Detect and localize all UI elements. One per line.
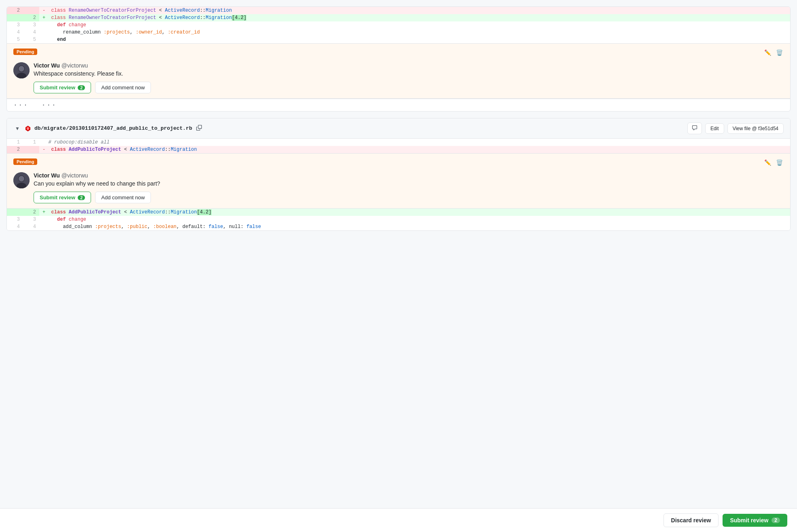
comment-text-1: Whitespace consistency. Please fix. (34, 70, 784, 77)
line-code: rename_column :projects, :owner_id, :cre… (39, 29, 790, 36)
svg-point-3 (19, 66, 24, 72)
new-line-num: 2 (23, 209, 39, 216)
comment-footer-2: Submit review 2 Add comment now (34, 192, 784, 203)
ellipsis-row: ··· ··· (7, 99, 790, 112)
new-line-num: 5 (23, 36, 39, 43)
diff-table-3: 2 + class AddPublicToProject < ActiveRec… (7, 209, 790, 230)
add-comment-button-2[interactable]: Add comment now (95, 192, 151, 203)
old-line-num: 3 (7, 21, 23, 29)
edit-comment-button-1[interactable]: ✏️ (763, 49, 772, 57)
comment-header-2: Pending ✏️ 🗑️ (13, 158, 784, 169)
diff-line-deleted-1: 2 - class RenameOwnerToCreatorForProject… (7, 7, 790, 14)
diff-file-header-2: ▼ db/migrate/20130110172407_add_public_t… (7, 118, 790, 139)
old-line-num: 2 (7, 7, 23, 14)
old-line-num: 1 (7, 139, 23, 146)
add-comment-button-1[interactable]: Add comment now (95, 82, 151, 93)
comment-icon-button[interactable] (687, 122, 702, 134)
old-line-num (7, 209, 23, 216)
edit-button-2[interactable]: Edit (705, 123, 724, 134)
delete-comment-button-2[interactable]: 🗑️ (775, 158, 784, 167)
pending-badge-2: Pending (13, 158, 37, 165)
collapse-button-2[interactable]: ▼ (13, 125, 21, 132)
comment-block-1: Pending ✏️ 🗑️ (7, 43, 790, 99)
filename-2: db/migrate/20130110172407_add_public_to_… (34, 125, 192, 131)
pending-badge-1: Pending (13, 49, 37, 55)
review-count-badge-1: 2 (78, 85, 85, 90)
diff-line-added-1: 2 + class RenameOwnerToCreatorForProject… (7, 14, 790, 21)
old-line-num (7, 14, 23, 21)
diff-header-left-2: ▼ db/migrate/20130110172407_add_public_t… (13, 124, 684, 133)
avatar-2 (13, 172, 30, 188)
old-line-num: 2 (7, 146, 23, 153)
new-line-num: 1 (23, 139, 39, 146)
comment-block-2: Pending ✏️ 🗑️ (7, 153, 790, 209)
line-code: + class AddPublicToProject < ActiveRecor… (39, 209, 790, 216)
line-code: def change (39, 216, 790, 223)
line-code: end (39, 36, 790, 43)
comment-header-1: Pending ✏️ 🗑️ (13, 49, 784, 59)
view-file-button-2[interactable]: View file @ f3e51d54 (727, 123, 784, 134)
delete-comment-button-1[interactable]: 🗑️ (775, 49, 784, 57)
ruby-icon (25, 125, 31, 132)
diff-line-5: 5 5 end (7, 36, 790, 43)
new-line-num: 4 (23, 29, 39, 36)
diff-table-2: 1 1 # rubocop:disable all 2 - class AddP… (7, 139, 790, 153)
comment-username-2: Victor Wu (34, 172, 60, 179)
comment-actions-2: ✏️ 🗑️ (763, 158, 784, 167)
new-line-num (23, 7, 39, 14)
new-line-num: 3 (23, 216, 39, 223)
line-code: - class AddPublicToProject < ActiveRecor… (39, 146, 790, 153)
diff-line-2-added-file2: 2 + class AddPublicToProject < ActiveRec… (7, 209, 790, 216)
comment-handle-2: @victorwu (61, 172, 88, 179)
ellipsis-content (64, 99, 790, 112)
diff-line-4: 4 4 rename_column :projects, :owner_id, … (7, 29, 790, 36)
comment-actions-1: ✏️ 🗑️ (763, 49, 784, 57)
new-line-num: 4 (23, 223, 39, 230)
comment-author-2: Victor Wu @victorwu Can you explain why … (13, 172, 784, 203)
diff-header-right-2: Edit View file @ f3e51d54 (687, 122, 784, 134)
avatar-image-1 (13, 62, 30, 78)
old-line-num: 4 (7, 223, 23, 230)
comment-username-1: Victor Wu (34, 62, 60, 69)
submit-review-button-2[interactable]: Submit review 2 (34, 192, 91, 203)
submit-review-button-1[interactable]: Submit review 2 (34, 82, 91, 93)
comment-body-1: Victor Wu @victorwu Whitespace consisten… (34, 62, 784, 93)
old-line-num: 3 (7, 216, 23, 223)
line-code: add_column :projects, :public, :boolean,… (39, 223, 790, 230)
copy-filename-button[interactable] (195, 124, 203, 133)
comment-footer-1: Submit review 2 Add comment now (34, 82, 784, 93)
diff-line-4-file2: 4 4 add_column :projects, :public, :bool… (7, 223, 790, 230)
new-line-num (23, 146, 39, 153)
comment-body-2: Victor Wu @victorwu Can you explain why … (34, 172, 784, 203)
diff-line-3: 3 3 def change (7, 21, 790, 29)
edit-comment-button-2[interactable]: ✏️ (763, 158, 772, 167)
new-line-num: 2 (23, 14, 39, 21)
diff-file-2: ▼ db/migrate/20130110172407_add_public_t… (6, 118, 791, 231)
line-code: # rubocop:disable all (39, 139, 790, 146)
submit-review-label-1: Submit review (40, 84, 75, 91)
line-code: + class RenameOwnerToCreatorForProject <… (39, 14, 790, 21)
review-count-badge-2: 2 (78, 195, 85, 200)
ellipsis-old: ··· (7, 99, 35, 112)
diff-line-3-file2: 3 3 def change (7, 216, 790, 223)
old-line-num: 4 (7, 29, 23, 36)
ellipsis-new: ··· (35, 99, 64, 112)
old-line-num: 5 (7, 36, 23, 43)
new-line-num: 3 (23, 21, 39, 29)
comment-author-1: Victor Wu @victorwu Whitespace consisten… (13, 62, 784, 93)
comment-handle-1: @victorwu (61, 62, 88, 69)
comment-text-2: Can you explain why we need to change th… (34, 180, 784, 187)
submit-review-label-2: Submit review (40, 194, 75, 201)
line-code: - class RenameOwnerToCreatorForProject <… (39, 7, 790, 14)
avatar-1 (13, 62, 30, 78)
svg-point-10 (19, 176, 24, 182)
avatar-image-2 (13, 172, 30, 188)
line-code: def change (39, 21, 790, 29)
diff-line-2-deleted-file2: 2 - class AddPublicToProject < ActiveRec… (7, 146, 790, 153)
diff-line-1-file2: 1 1 # rubocop:disable all (7, 139, 790, 146)
